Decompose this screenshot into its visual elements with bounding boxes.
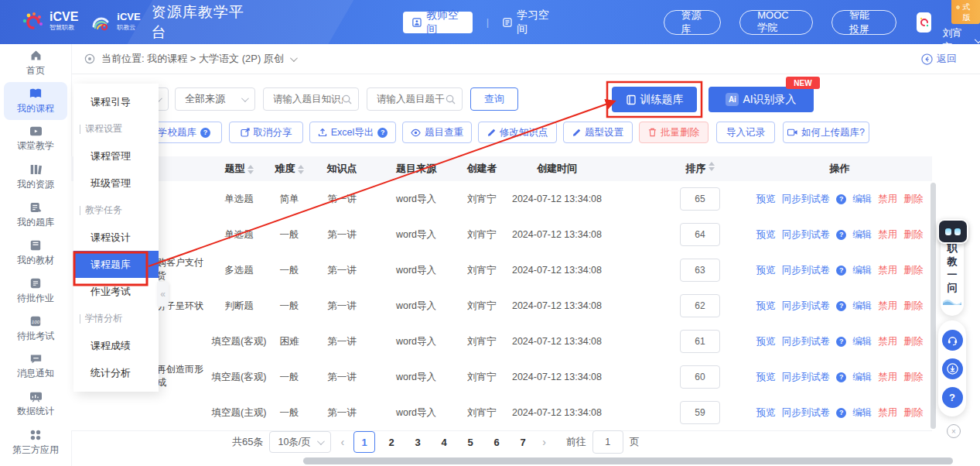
disable-link[interactable]: 禁用 [878, 371, 897, 384]
sidebar-item-notifications[interactable]: 消息通知 [4, 348, 67, 385]
preview-link[interactable]: 预览 [756, 193, 776, 206]
menu-item-course-design[interactable]: 课程设计 [73, 224, 159, 251]
knowledge-search-input[interactable] [271, 93, 344, 105]
order-input[interactable] [680, 365, 720, 389]
sync-to-paper-link[interactable]: 同步到试卷 [782, 406, 831, 420]
sidebar-item-my-resources[interactable]: 我的资源 [4, 158, 67, 196]
menu-item-course-grades[interactable]: 课程成绩 [73, 332, 159, 359]
preview-link[interactable]: 预览 [756, 406, 776, 420]
order-input[interactable] [680, 330, 720, 353]
edit-link[interactable]: 编辑 [852, 406, 872, 420]
back-button[interactable]: 返回 [921, 52, 957, 66]
goto-page-input[interactable] [592, 430, 623, 454]
search-icon[interactable] [446, 94, 456, 105]
edit-link[interactable]: 编辑 [852, 228, 872, 242]
help-icon[interactable]: ? [836, 408, 846, 418]
sidebar-item-home[interactable]: 首页 [4, 44, 67, 82]
delete-link[interactable]: 删除 [903, 335, 923, 348]
excel-export-button[interactable]: Excel导出? [309, 122, 396, 143]
help-icon[interactable]: ? [836, 230, 846, 240]
smart-cast-link[interactable]: 智能投屏 [831, 10, 896, 35]
sidebar-item-my-textbooks[interactable]: 我的教材 [4, 234, 67, 272]
disable-link[interactable]: 禁用 [878, 300, 897, 313]
preview-link[interactable]: 预览 [756, 228, 776, 242]
customer-service-button[interactable] [942, 330, 963, 351]
sidebar-item-classroom-teaching[interactable]: 课堂教学 [4, 120, 67, 158]
menu-item-course-question-bank[interactable]: 课程题库 [73, 251, 159, 278]
help-icon[interactable]: ? [200, 128, 210, 138]
edit-link[interactable]: 编辑 [852, 335, 872, 348]
col-difficulty[interactable]: 难度 [269, 162, 309, 176]
menu-item-homework-exam[interactable]: 作业考试 [73, 278, 159, 305]
sync-to-paper-link[interactable]: 同步到试卷 [782, 371, 831, 384]
order-input[interactable] [680, 259, 720, 282]
breadcrumb-path[interactable]: 我的课程 > 大学语文 (2P) 原创 [147, 52, 284, 66]
disable-link[interactable]: 禁用 [878, 335, 897, 348]
import-record-button[interactable]: 导入记录 [716, 122, 775, 143]
preview-link[interactable]: 预览 [756, 335, 776, 348]
batch-delete-button[interactable]: 批量删除 [639, 122, 709, 143]
edit-link[interactable]: 编辑 [852, 193, 872, 206]
help-icon[interactable]: ? [836, 194, 846, 204]
col-type[interactable]: 题型 [209, 162, 269, 176]
cancel-share-button[interactable]: 取消分享 [229, 122, 303, 143]
preview-link[interactable]: 预览 [756, 371, 776, 384]
query-button[interactable]: 查询 [470, 87, 518, 111]
page-button-2[interactable]: 2 [381, 432, 401, 452]
sidebar-item-third-party-apps[interactable]: 第三方应用 [4, 423, 67, 461]
disable-link[interactable]: 禁用 [878, 193, 897, 206]
sync-to-paper-link[interactable]: 同步到试卷 [782, 228, 831, 242]
duplicate-check-button[interactable]: 题目查重 [402, 122, 472, 143]
menu-item-course-management[interactable]: 课程管理 [73, 142, 159, 170]
sync-to-paper-link[interactable]: 同步到试卷 [782, 300, 831, 313]
page-button-5[interactable]: 5 [460, 432, 480, 452]
page-button-6[interactable]: 6 [487, 432, 507, 452]
help-button[interactable]: ? [942, 387, 963, 408]
sidebar-item-pending-exams[interactable]: 100 待批考试 [4, 310, 67, 348]
assistant-robot-icon[interactable] [937, 219, 968, 244]
sidebar-item-my-courses[interactable]: 我的课程 [4, 82, 67, 120]
search-icon[interactable] [342, 94, 352, 105]
order-input[interactable] [680, 187, 720, 211]
edit-link[interactable]: 编辑 [852, 300, 872, 313]
sort-icons[interactable] [248, 165, 254, 174]
sort-icons[interactable] [709, 162, 715, 176]
help-icon[interactable]: ? [836, 372, 846, 382]
how-to-upload-button[interactable]: 如何上传题库? [783, 122, 869, 143]
vertical-scrollbar[interactable] [930, 183, 936, 429]
sidebar-item-my-question-bank[interactable]: 我的题库 [4, 196, 67, 234]
question-type-setting-button[interactable]: 题型设置 [563, 122, 633, 143]
sidebar-item-pending-homework[interactable]: 待批作业 [4, 272, 67, 310]
disable-link[interactable]: 禁用 [878, 264, 897, 277]
order-input[interactable] [680, 294, 720, 317]
disable-link[interactable]: 禁用 [878, 228, 897, 242]
menu-item-statistical-analysis[interactable]: 统计分析 [73, 359, 159, 386]
sidebar-item-data-statistics[interactable]: 数据统计 [4, 385, 67, 423]
order-input[interactable] [680, 401, 720, 424]
preview-link[interactable]: 预览 [756, 264, 776, 277]
help-icon[interactable]: ? [836, 301, 846, 311]
mini-brand-icon[interactable] [917, 12, 931, 33]
preview-link[interactable]: 预览 [756, 300, 776, 313]
source-select[interactable]: 全部来源 [175, 87, 255, 111]
next-page-button[interactable]: › [539, 436, 549, 448]
help-icon[interactable]: ? [377, 128, 388, 138]
ai-recognition-button[interactable]: Ai AI识别录入 [709, 87, 814, 112]
breadcrumb-chevron-down-icon[interactable] [290, 54, 298, 62]
delete-link[interactable]: 删除 [903, 371, 923, 384]
download-button[interactable] [942, 358, 963, 379]
delete-link[interactable]: 删除 [903, 406, 923, 420]
mooc-college-link[interactable]: MOOC学院 [739, 10, 813, 35]
menu-item-class-management[interactable]: 班级管理 [73, 170, 159, 197]
resource-library-link[interactable]: 资源库 [664, 10, 722, 35]
horizontal-scrollbar[interactable] [303, 457, 953, 464]
page-size-select[interactable]: 10条/页 [269, 431, 331, 453]
page-button-7[interactable]: 7 [513, 432, 533, 452]
sync-to-paper-link[interactable]: 同步到试卷 [782, 335, 831, 348]
help-icon[interactable]: ? [836, 266, 846, 276]
edit-knowledge-button[interactable]: 修改知识点 [478, 122, 557, 143]
page-button-3[interactable]: 3 [408, 432, 428, 452]
help-icon[interactable]: ? [836, 337, 846, 347]
delete-link[interactable]: 删除 [903, 300, 923, 313]
sort-icons[interactable] [298, 165, 304, 174]
